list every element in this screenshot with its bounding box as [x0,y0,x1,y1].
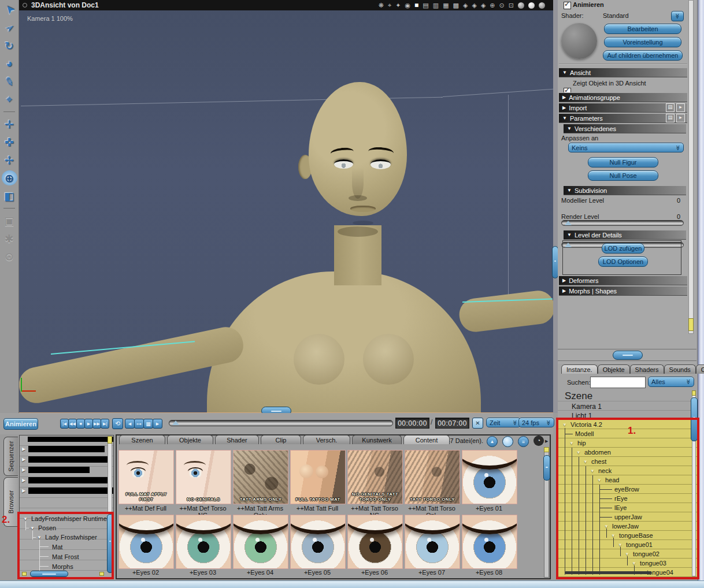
create-key-button[interactable]: ⊶ [134,419,144,429]
zoom-tool-icon[interactable]: ⊙ [2,249,17,264]
scene-item-kamera[interactable]: Kamera 1 [572,403,602,411]
next-key-button[interactable]: ▶ [153,419,162,429]
bank-tool-icon[interactable]: ◕ [2,56,17,71]
window-dot-icon[interactable] [23,3,27,8]
tab-sounds[interactable]: Sounds [664,364,696,374]
layout-two-icon[interactable]: ▤ [423,1,428,9]
preset-button[interactable]: Voreinstellung [604,37,681,47]
animate-checkbox[interactable] [564,2,571,9]
tab-clip[interactable]: Clip [261,435,301,444]
save-preset-icon[interactable]: ▤ [666,114,675,122]
slider-thumb[interactable] [565,221,572,225]
collapse-icon[interactable]: ▶ [22,488,25,493]
filter-dropdown[interactable]: Alles≫ [648,377,694,387]
thumbnail[interactable]: NO GENITALS TATT TORSO ONLY [347,450,403,504]
browser-row[interactable]: ▶ [20,444,113,453]
section-animationsgruppe[interactable]: ▶Animationsgruppe [559,92,687,102]
browser-row[interactable]: ▶ [20,486,113,495]
tab-shader[interactable]: Shader [215,435,259,444]
view-preset-b-icon[interactable]: ◈ [472,1,476,9]
time-mode-dropdown[interactable]: Zeit≫ [486,418,521,427]
layout-three-icon[interactable]: ▥ [433,1,439,9]
tab-kunstwerk[interactable]: Kunstwerk [352,435,402,444]
tab-versch[interactable]: Versch. [303,435,350,444]
delete-key-button[interactable]: ▦ [143,419,153,429]
null-pose-button[interactable]: Null Pose [588,170,658,181]
tab-objekte[interactable]: Objekte [167,435,213,444]
step-back-button[interactable]: ◀◀ [68,419,77,429]
layout-grid-icon[interactable]: ▩ [453,1,459,9]
apply-to-children-button[interactable]: Auf children übernehmen [603,50,683,61]
axis-c-icon[interactable]: ⊡ [509,1,514,9]
loop-button[interactable]: ⟲ [112,418,123,429]
light-b-icon[interactable]: ✦ [395,1,401,9]
collapse-icon[interactable]: ▶ [22,457,25,462]
time-current[interactable]: 00:00:00 [395,418,429,429]
texture-sphere-icon[interactable] [539,2,545,9]
thumbnail[interactable]: TATT ARMS ONLY [233,450,288,504]
thumbnail[interactable] [176,515,231,569]
pan-tool-icon[interactable]: ✱ [2,231,17,246]
section-import[interactable]: ▶Import ▤ ▸ [559,103,687,113]
viewport-3d[interactable]: Kamera 1 100% [19,10,553,414]
view-preset-c-icon[interactable]: ◈ [481,1,486,9]
fit-to-dropdown[interactable]: Keins≫ [568,143,684,152]
world-translate-tool-icon[interactable]: ⊕ [2,170,17,185]
section-verschiedenes[interactable]: ▼Verschiedenes [564,124,686,133]
tab-shaders[interactable]: Shaders [630,364,664,374]
save-preset-icon[interactable]: ▤ [666,103,675,112]
lod-add-button[interactable]: LOD zufügen [602,243,644,254]
thumbnail[interactable] [347,515,403,569]
tab-objekte[interactable]: Objekte [598,364,630,374]
orbit-tool-icon[interactable]: ↻ [2,38,17,53]
translate-tool-icon[interactable]: ✛ [2,117,17,132]
animate-button[interactable]: Animieren [3,418,38,430]
translate-plane-tool-icon[interactable]: ✢ [2,152,17,168]
go-end-button[interactable]: ▶| [101,419,109,429]
panel-scroll-thumb[interactable] [688,318,694,331]
go-start-button[interactable]: |◀ [60,419,69,429]
content-scroll-thumb[interactable] [543,455,550,481]
section-subdivision[interactable]: ▼Subdivision [564,185,686,195]
prev-key-button[interactable]: ◀ [125,419,135,429]
shaded-sphere-icon[interactable] [518,2,524,9]
section-morphs[interactable]: ▶Morphs | Shapes [559,286,687,296]
section-deformers[interactable]: ▶Deformers [559,276,687,285]
thumbnail[interactable] [462,450,517,504]
section-ansicht[interactable]: ▼Ansicht [559,68,687,77]
tab-clips[interactable]: Clips [696,364,704,374]
lit-sphere-icon[interactable] [528,2,535,9]
search-input[interactable] [590,377,646,388]
more-arrow-icon[interactable]: ▶ [545,439,548,444]
null-figure-button[interactable]: Null Figur [588,157,658,168]
time-total[interactable]: 00:07:00 [435,418,469,429]
thumbnail[interactable]: FULL MAT APPLY FIRST [118,450,174,504]
scene-scroll-btn[interactable] [692,390,696,396]
view-preset-a-icon[interactable]: ◈ [463,1,468,9]
layout-four-icon[interactable]: ▦ [443,1,449,9]
side-tab-sequenzer[interactable]: Sequenzer [3,437,18,476]
thumbnail[interactable]: NO GENITALS [176,450,231,504]
list-view-button[interactable]: ≡ [518,436,529,447]
translate-screen-tool-icon[interactable]: ✜ [2,135,17,150]
tab-instanzen[interactable]: Instanze. [561,364,598,374]
thumbnail[interactable] [462,515,517,569]
load-preset-icon[interactable]: ▸ [676,114,685,122]
shader-menu-button[interactable]: ≫ [671,11,684,21]
timeline-slider[interactable] [169,420,393,426]
view-mode-button[interactable] [502,436,513,447]
rotate-view-tool-icon[interactable]: ➢ [0,17,20,39]
collapse-icon[interactable]: ▶ [22,478,25,483]
browser-row[interactable]: ▶ [20,465,113,474]
timeline-thumb[interactable] [172,420,179,425]
lod-options-button[interactable]: LOD Optionen [598,256,648,267]
pen-tool-icon[interactable]: ✎ [0,72,18,91]
skeleton-icon[interactable]: ⌖ [388,1,391,9]
panel-scrollbar[interactable] [688,0,694,334]
thumbnail[interactable]: FULL TATTOO MAT [290,450,346,504]
render-icon[interactable]: ◉ [405,1,410,9]
thumbnail[interactable]: TATT TORSO ONLY [405,450,460,504]
close-x-button[interactable]: ✕ [472,418,483,429]
probe-tool-icon[interactable]: ⌖ [2,92,17,107]
thumbnail[interactable] [233,515,288,569]
